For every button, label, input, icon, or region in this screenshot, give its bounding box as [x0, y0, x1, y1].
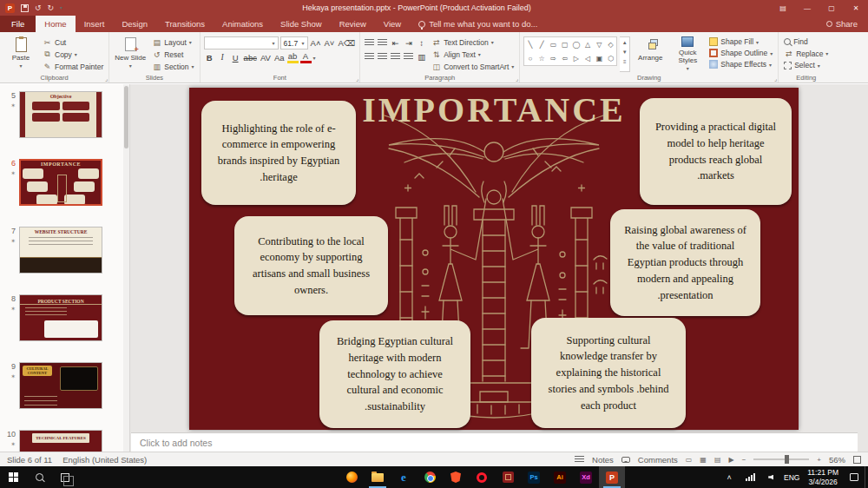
bullets-button[interactable]	[364, 36, 375, 49]
shape-option[interactable]: △	[585, 41, 590, 49]
clear-formatting-icon[interactable]: A⌫	[337, 37, 356, 49]
arrange-button[interactable]: Arrange	[633, 34, 667, 72]
gallery-up-icon[interactable]: ▲	[620, 37, 629, 47]
tab-view[interactable]: View	[375, 16, 410, 32]
opera-icon[interactable]	[469, 466, 495, 488]
taskbar-search-button[interactable]	[26, 466, 52, 488]
quick-styles-button[interactable]: Quick Styles ▾	[670, 34, 705, 72]
tell-me-box[interactable]: Tell me what you want to do...	[410, 16, 546, 32]
slide-thumbnail-8[interactable]: 8 PRODUCT SECTION	[0, 293, 129, 360]
shape-option[interactable]: ╱	[540, 41, 544, 49]
font-size-combo[interactable]: 61.7▾	[280, 36, 308, 49]
font-name-combo[interactable]: ▾	[204, 36, 279, 49]
maximize-icon[interactable]: ▢	[819, 0, 844, 16]
photoshop-icon[interactable]: Ps	[521, 466, 547, 488]
save-icon[interactable]	[21, 4, 29, 12]
slide-canvas[interactable]: IMPORTANCE Highlighting the role of e-co…	[189, 88, 799, 430]
paste-button[interactable]: Paste ▾	[3, 34, 38, 72]
edge-icon[interactable]: e	[391, 466, 417, 488]
slide-thumbnail-10[interactable]: 10 TECHNICAL FEATURES	[0, 428, 129, 452]
shape-option[interactable]: ⬡	[608, 55, 614, 63]
new-slide-button[interactable]: New Slide ▾	[113, 34, 148, 72]
file-explorer-icon[interactable]	[365, 466, 391, 488]
fit-to-window-icon[interactable]	[853, 456, 861, 464]
strikethrough-button[interactable]: abc	[243, 51, 258, 63]
decrease-font-icon[interactable]: A˅	[323, 37, 335, 49]
columns-button[interactable]: ▥	[416, 50, 427, 63]
text-direction-button[interactable]: ⇄Text Direction▾	[430, 36, 516, 48]
zoom-out-icon[interactable]: −	[742, 456, 746, 464]
normal-view-icon[interactable]: ▭	[686, 456, 693, 464]
minimize-icon[interactable]: —	[795, 0, 819, 16]
language-switcher[interactable]: ENG	[781, 466, 802, 488]
slide-sorter-icon[interactable]: ▦	[700, 456, 707, 464]
slide-thumbnail-5[interactable]: 5 Objective	[0, 89, 129, 157]
tab-file[interactable]: File	[0, 16, 36, 32]
notification-center-button[interactable]	[844, 466, 865, 488]
comments-toggle[interactable]: Comments	[638, 455, 678, 465]
slide-thumbnail-9[interactable]: 9 CULTURAL CONTENT	[0, 360, 129, 428]
format-painter-button[interactable]: ✎Format Painter	[41, 61, 105, 72]
select-button[interactable]: Select▾	[782, 60, 830, 70]
increase-font-icon[interactable]: A˄	[310, 37, 322, 49]
undo-icon[interactable]: ↺	[35, 4, 42, 12]
slide-thumbnail-7[interactable]: 7 WEBSITE STRUCTURE	[0, 225, 129, 293]
hidden-icons-button[interactable]: ˄	[719, 466, 740, 488]
font-color-button[interactable]: A	[300, 51, 312, 63]
text-box[interactable]: Supporting cultural knowledge transfer b…	[531, 318, 686, 428]
tab-animations[interactable]: Animations	[214, 16, 272, 32]
shapes-gallery-scroll[interactable]: ▲ ▼ ≡	[620, 36, 630, 72]
tab-insert[interactable]: Insert	[76, 16, 114, 32]
replace-button[interactable]: ⇄Replace▾	[782, 48, 830, 59]
gallery-down-icon[interactable]: ▼	[620, 47, 629, 56]
shape-option[interactable]: ◁	[585, 55, 590, 63]
shape-effects-button[interactable]: Shape Effects▾	[707, 59, 774, 69]
text-box[interactable]: Highlighting the role of e-commerce in e…	[201, 101, 356, 205]
zoom-slider[interactable]	[753, 458, 809, 460]
find-button[interactable]: Find	[782, 36, 830, 47]
shape-option[interactable]: ◯	[572, 41, 580, 49]
network-icon[interactable]	[740, 466, 760, 488]
slideshow-icon[interactable]: ▶	[728, 456, 733, 464]
tab-slideshow[interactable]: Slide Show	[272, 16, 331, 32]
shapes-gallery[interactable]: ╲╱ ▭▢ ◯△ ▽◇ ○☆ ⇨⇦ ▷◁ ▣⬡	[523, 36, 617, 66]
justify-button[interactable]	[403, 50, 414, 63]
font-dialog-launcher[interactable]: ⌟	[356, 76, 358, 82]
firefox-icon[interactable]	[339, 466, 365, 488]
tab-design[interactable]: Design	[113, 16, 156, 32]
volume-icon[interactable]	[760, 466, 781, 488]
shape-option[interactable]: ⇦	[562, 55, 568, 63]
convert-smartart-button[interactable]: ◫Convert to SmartArt▾	[430, 61, 516, 72]
xd-icon[interactable]: Xd	[573, 466, 599, 488]
tab-home[interactable]: Home	[36, 16, 75, 32]
chrome-icon[interactable]	[417, 466, 443, 488]
layout-button[interactable]: ▤Layout▾	[150, 36, 195, 48]
ribbon-options-icon[interactable]: ▤	[771, 0, 795, 16]
line-spacing-button[interactable]: ↕	[416, 36, 427, 49]
task-view-button[interactable]	[52, 466, 78, 488]
text-box[interactable]: Providing a practical digital model to h…	[640, 98, 792, 205]
decrease-indent-button[interactable]: ⇤	[390, 36, 401, 49]
align-left-button[interactable]	[364, 50, 375, 63]
character-spacing-button[interactable]: AV	[260, 51, 272, 63]
align-text-button[interactable]: ⇅Align Text▾	[430, 49, 516, 60]
start-button[interactable]	[0, 466, 26, 488]
text-box[interactable]: Raising global awareness of the value of…	[610, 209, 760, 316]
change-case-button[interactable]: Aa	[273, 51, 286, 63]
shape-option[interactable]: ▷	[574, 55, 579, 63]
shape-option[interactable]: ▭	[550, 41, 557, 49]
shape-option[interactable]: ☆	[539, 55, 545, 63]
zoom-in-icon[interactable]: +	[817, 456, 821, 464]
italic-button[interactable]: I	[217, 51, 228, 63]
text-box[interactable]: Bridging Egyptian cultural heritage with…	[319, 320, 470, 428]
slide-thumbnail-6[interactable]: 6 IMPORTANCE	[0, 157, 129, 225]
underline-button[interactable]: U	[230, 51, 241, 63]
tab-review[interactable]: Review	[331, 16, 375, 32]
illustrator-icon[interactable]: Ai	[547, 466, 573, 488]
zoom-slider-thumb[interactable]	[785, 455, 789, 464]
shape-option[interactable]: ▣	[596, 55, 603, 63]
presentation-file-icon[interactable]	[495, 466, 521, 488]
notes-toggle[interactable]: Notes	[592, 455, 614, 465]
highlight-color-button[interactable]: ab	[287, 51, 299, 63]
bold-button[interactable]: B	[204, 51, 215, 63]
